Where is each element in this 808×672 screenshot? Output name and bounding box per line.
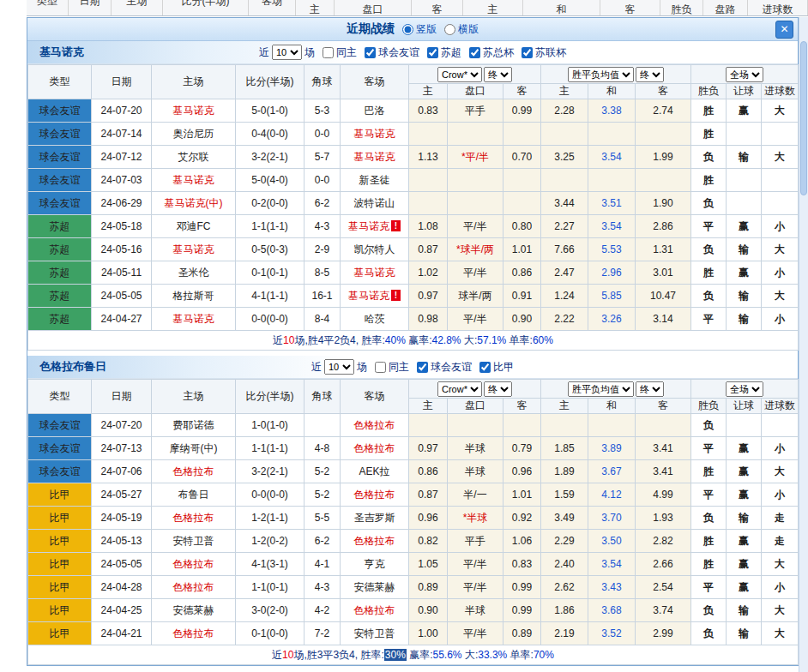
handicap-result: 赢 [727,437,762,460]
odds-time-select[interactable]: 终 [484,67,512,82]
filter-checkbox[interactable] [375,362,386,373]
match-type-badge: 比甲 [28,483,92,507]
modal-title: 近期战绩 [347,21,395,37]
handicap: 平/半 [448,261,503,285]
goals-result: 小 [762,261,799,285]
match-row: 比甲24-05-05色格拉布4-1(3-1)4-1亨克1.05平/半0.832.… [28,553,799,576]
summary-stat-value: 30% [384,649,407,661]
crown-away-odds: 0.99 [503,599,541,622]
avg-time-select[interactable]: 终 [636,381,664,397]
filter-checkbox[interactable] [323,47,334,58]
filter-checkbox[interactable] [365,47,376,58]
match-type-badge: 苏超 [28,308,92,331]
match-type-badge: 比甲 [28,553,92,576]
handicap: 平/半 [448,308,503,331]
win-lose-result: 负 [691,507,727,530]
horizontal-radio[interactable] [444,24,455,35]
view-option-horizontal[interactable]: 横版 [444,22,479,37]
vertical-radio[interactable] [402,24,413,35]
odds-source-select[interactable]: Crow* [437,67,482,82]
handicap [448,123,503,146]
filter-checkbox[interactable] [469,47,480,58]
bg-col-8: 主 [463,0,523,15]
filter-label: 苏联杯 [535,45,566,60]
recent-count-select[interactable]: 10 [272,45,302,60]
scope-select[interactable]: 全场 [726,381,763,397]
recent-count-select[interactable]: 10 [324,359,354,375]
team-name: 安德莱赫 [173,604,214,616]
home-team: 基马诺克(中) [152,192,236,215]
match-type-badge: 球会友谊 [28,169,92,192]
filter-苏联杯[interactable]: 苏联杯 [516,45,566,60]
team-name: 色格拉布 [354,419,395,431]
win-lose-result: 平 [691,576,727,599]
avg-home-odds: 7.66 [541,238,588,261]
score: 4-1(1-1) [236,285,305,308]
summary-prefix: 近 [273,334,283,346]
away-team: 色格拉布 [341,530,409,553]
home-team: 色格拉布 [152,622,236,645]
team-name: 圣米伦 [178,267,209,279]
scrollbar-thumb[interactable] [800,41,807,195]
goals-result [762,123,799,146]
avg-draw-odds: 3.38 [588,99,636,123]
summary-stat-label: 赢率: [406,334,432,346]
scope-group-header: 全场 [691,65,799,84]
vertical-scrollbar[interactable] [799,17,808,672]
avg-time-select[interactable]: 终 [636,67,664,82]
close-icon[interactable]: ✕ [775,21,793,39]
filter-checkbox[interactable] [522,47,533,58]
match-date: 24-07-03 [92,169,152,192]
away-team: 基马诺克 [341,123,409,146]
filter-苏总杯[interactable]: 苏总杯 [464,45,514,60]
avg-draw-odds: 3.54 [588,553,636,576]
summary-stat-label: 胜率: [360,649,383,661]
summary-stat-label: 大: [461,334,478,346]
crown-home-odds: 1.08 [409,215,448,238]
crown-away-odds: 0.96 [503,460,541,483]
bg-col-6: 盘口 [335,0,412,15]
avg-away-odds: 3.41 [636,460,691,483]
avg-away-odds: 3.14 [636,308,691,331]
odds-source-select[interactable]: Crow* [437,381,482,397]
match-type-badge: 球会友谊 [28,192,92,215]
view-option-vertical[interactable]: 竖版 [402,22,437,37]
goals-result [762,192,799,215]
avg-away-odds: 4.99 [636,483,691,507]
handicap-result: 赢 [727,483,762,507]
avg-type-select[interactable]: 胜平负均值 [568,67,634,82]
filter-比甲[interactable]: 比甲 [474,360,514,375]
filter-苏超[interactable]: 苏超 [422,45,461,60]
filter-checkbox[interactable] [427,47,438,58]
corner-score [305,414,341,437]
team-name: 基马诺克 [348,290,389,302]
col-header: 日期 [92,65,152,99]
handicap-result: 赢 [727,530,762,553]
avg-type-select[interactable]: 胜平负均值 [568,381,634,397]
odds-time-select[interactable]: 终 [484,381,512,397]
scope-select[interactable]: 全场 [726,67,763,82]
corner-score: 5-5 [305,507,341,530]
match-row: 苏超24-04-27基马诺克0-0(0-0)8-4哈茨0.98平/半0.902.… [28,308,799,331]
crown-home-odds: 0.83 [409,99,448,123]
filter-checkbox[interactable] [479,362,491,373]
match-row: 苏超24-05-16基马诺克0-5(0-3)2-9凯尔特人0.87*球半/两1.… [28,238,799,261]
match-date: 24-07-14 [92,123,152,146]
crown-away-odds: 0.90 [503,308,541,331]
handicap: 平手 [448,99,503,123]
crown-home-odds: 0.87 [409,483,448,507]
summary-stat-value: 40% [385,334,406,346]
filter-球会友谊[interactable]: 球会友谊 [359,45,419,60]
corner-score: 6-2 [305,530,341,553]
avg-home-odds: 2.62 [541,576,588,599]
match-row: 球会友谊24-07-03基马诺克5-0(4-0)0-0新圣徒胜 [28,169,799,192]
filter-同主[interactable]: 同主 [317,45,357,60]
avg-draw-odds: 4.12 [588,483,636,507]
filter-球会友谊[interactable]: 球会友谊 [412,360,472,375]
match-row: 苏超24-05-18邓迪FC1-1(1-1)4-3基马诺克!1.08平/半0.8… [28,215,799,238]
filter-checkbox[interactable] [417,362,428,373]
handicap [448,169,503,192]
handicap-result: 输 [727,146,762,169]
filter-同主[interactable]: 同主 [370,360,409,375]
corner-score: 4-3 [305,215,341,238]
